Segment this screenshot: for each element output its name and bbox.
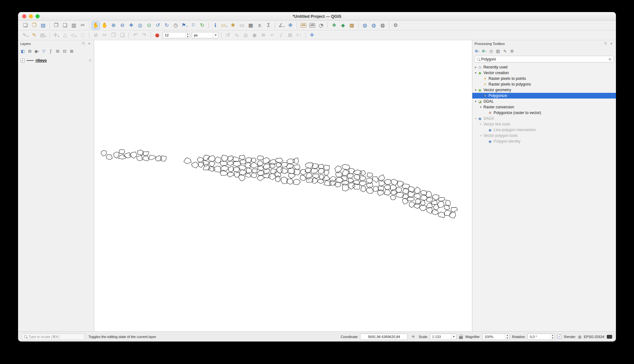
tree-item-polygonize[interactable]: ✳Polygonize	[472, 93, 616, 99]
marker-unit-dropdown-arrow-icon[interactable]: ▼	[213, 32, 218, 38]
refresh-map[interactable]: ↻	[198, 22, 206, 29]
toggle-editing[interactable]: ✎	[30, 31, 38, 39]
open-project[interactable]: ❒	[30, 22, 38, 29]
expander-down-icon[interactable]: ▾	[474, 88, 477, 92]
layer-filter-indicator-icon[interactable]: ▽	[89, 59, 91, 62]
map-canvas[interactable]	[94, 40, 472, 331]
lock-scale-icon[interactable]	[459, 336, 463, 339]
plugins[interactable]: ⚙	[391, 22, 400, 29]
rotate-feature[interactable]: ↺	[224, 31, 232, 39]
tree-item-vector-geometry[interactable]: ▾◉Vector geometry	[472, 87, 616, 93]
new-bookmark[interactable]: ⚑▾	[180, 22, 189, 29]
zoom-to-layer[interactable]: ⊙	[145, 22, 153, 29]
field-calculator[interactable]: ±	[256, 22, 264, 29]
coordinate-field[interactable]	[360, 334, 408, 340]
split-features[interactable]: ∕	[277, 31, 285, 39]
redo[interactable]: ↷	[140, 31, 148, 39]
add-polygon-feature[interactable]: △	[61, 31, 69, 39]
close-window-button[interactable]	[22, 14, 26, 18]
messages-bubble-icon[interactable]	[607, 335, 612, 339]
edit-features-in-place[interactable]: ✎	[502, 48, 508, 54]
tree-item-raster-pixels-to-points[interactable]: ✳Raster pixels to points	[472, 76, 616, 81]
stepper-down-icon[interactable]: ▼	[551, 337, 554, 340]
processing-search-input[interactable]: Polygoni ⊗	[475, 56, 614, 62]
add-ring[interactable]: ◎	[242, 31, 250, 39]
save-layer-edits[interactable]: ▤▾	[39, 31, 47, 39]
digitize-with-segment[interactable]: ✛▾	[52, 31, 60, 39]
expander-down-icon[interactable]: ▾	[474, 71, 477, 74]
cut-features[interactable]: ✂	[100, 31, 109, 39]
current-edits[interactable]: ✎▾	[21, 31, 29, 39]
map-tips[interactable]: ◔	[317, 22, 325, 29]
advanced-digitizing-panel[interactable]: ✚	[308, 31, 316, 39]
zoom-in[interactable]: ⊕	[109, 22, 118, 29]
toggle-extents-button[interactable]: ✛	[410, 334, 416, 339]
delete-selected[interactable]: ⊘	[92, 31, 100, 39]
locate-search-field[interactable]	[22, 334, 85, 340]
expander-down-icon[interactable]: ▾	[474, 117, 477, 120]
scale-combobox[interactable]: 1:133 ▼	[430, 334, 456, 340]
minimize-window-button[interactable]	[29, 14, 33, 18]
expander-down-icon[interactable]: ▾	[474, 100, 477, 103]
rotation-steppers[interactable]: ▲ ▼	[550, 334, 554, 340]
locate-input[interactable]	[29, 335, 82, 339]
tree-item-vector-polygon-tools[interactable]: ▾Vector polygon tools	[472, 133, 616, 138]
tree-item-gdal[interactable]: ▾◪GDAL	[472, 99, 616, 104]
zoom-next[interactable]: ↻	[163, 22, 171, 29]
titlebar[interactable]: *Untitled Project — QGIS	[18, 12, 616, 21]
new-project[interactable]: ❏	[21, 22, 29, 29]
scale-dropdown-arrow-icon[interactable]: ▼	[451, 334, 456, 340]
pan-map[interactable]: ✋	[92, 22, 100, 29]
zoom-last[interactable]: ↺	[154, 22, 162, 29]
multiedit-attributes[interactable]: ◌	[79, 31, 87, 39]
marker-size[interactable]: 12▲▼	[163, 32, 190, 38]
undo[interactable]: ↶	[131, 31, 139, 39]
results-viewer[interactable]: ▤	[495, 48, 501, 54]
render-checkbox[interactable]: ✓	[557, 335, 561, 339]
layer-diagram[interactable]: ab	[308, 22, 316, 29]
style-manager[interactable]: ✂	[79, 22, 87, 29]
zoom-out[interactable]: ⊖	[118, 22, 126, 29]
paste-features[interactable]: ❑	[118, 31, 126, 39]
select-features[interactable]: ▭▾	[220, 22, 228, 29]
layout-manager[interactable]: ▥	[70, 22, 78, 29]
expander-down-icon[interactable]: ▾	[479, 134, 482, 137]
marker-unit[interactable]: px▼	[192, 32, 218, 38]
deselect-all[interactable]: ▭	[238, 22, 246, 29]
new-shapefile-layer[interactable]: ❖	[330, 22, 338, 29]
tree-item-vector-creation[interactable]: ▾◉Vector creation	[472, 70, 616, 76]
select-by-expression[interactable]: ✱	[229, 22, 237, 29]
tree-item-raster-pixels-to-polygons[interactable]: ✳Raster pixels to polygons	[472, 81, 616, 87]
new-virtual-layer[interactable]: ▦	[348, 22, 356, 29]
expand-all[interactable]: ⊞	[55, 48, 61, 54]
marker-color[interactable]: ●	[153, 31, 161, 39]
add-group[interactable]: ⊞	[27, 48, 33, 54]
zoom-window-button[interactable]	[36, 14, 40, 18]
stepper-down-icon[interactable]: ▼	[186, 35, 190, 38]
open-layer-styling[interactable]: ◧	[20, 48, 26, 54]
history[interactable]: ◷	[488, 48, 494, 54]
layer-row-rilievo[interactable]: ✓ rilievo ▽	[19, 57, 93, 64]
offset-curve[interactable]: ≋	[259, 31, 268, 39]
copy-features[interactable]: ❐	[109, 31, 118, 39]
collapse-all[interactable]: ⊟	[61, 48, 68, 54]
stepper-up-icon[interactable]: ▲	[186, 32, 190, 35]
reshape-features[interactable]: ⌐	[268, 31, 276, 39]
tree-item-recently-used[interactable]: ▸◷Recently used	[472, 64, 616, 70]
statistical-summary[interactable]: Σ	[264, 22, 273, 29]
tree-item-saga[interactable]: ▾◉SAGA	[472, 116, 616, 121]
web-services[interactable]: ◍	[370, 22, 378, 29]
zoom-full[interactable]: ❖	[127, 22, 135, 29]
stepper-down-icon[interactable]: ▼	[505, 337, 509, 340]
tree-item-vector-line-tools[interactable]: ▾Vector line tools	[472, 121, 616, 127]
show-bookmarks[interactable]: ⚐	[189, 22, 197, 29]
options[interactable]: ⚙	[509, 48, 515, 54]
filter-by-expression[interactable]: ƒ	[48, 48, 54, 54]
tree-item-polygonize-raster-to-vector[interactable]: ❋Polygonize (raster to vector)	[472, 110, 616, 116]
scripts-menu[interactable]: ✻▾	[481, 48, 487, 54]
processing-toolbox[interactable]: ✻	[286, 22, 294, 29]
simplify-feature[interactable]: ∿	[233, 31, 241, 39]
magnifier-steppers[interactable]: ▲ ▼	[505, 334, 509, 340]
expander-right-icon[interactable]: ▸	[474, 66, 477, 69]
temporal-controller[interactable]: ◷	[171, 22, 180, 29]
